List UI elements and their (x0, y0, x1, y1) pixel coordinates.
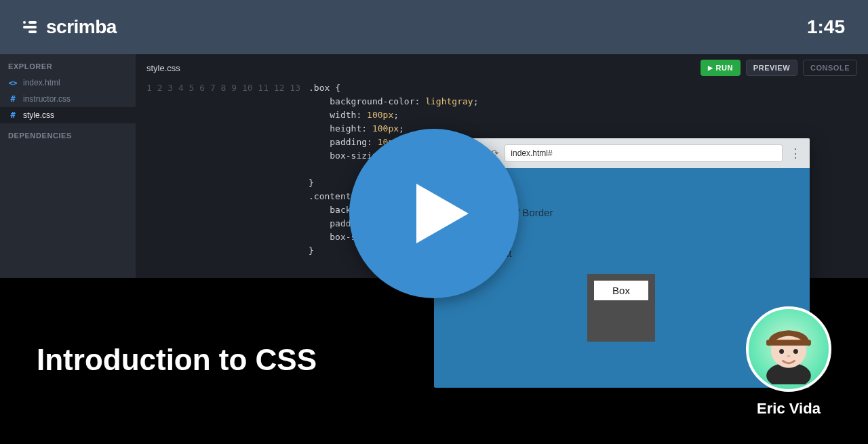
video-timestamp: 1:45 (807, 16, 845, 38)
dependencies-heading: DEPENDENCIES (0, 123, 136, 144)
preview-menu-icon[interactable]: ⋮ (788, 146, 803, 161)
file-item[interactable]: #instructor.css (0, 91, 136, 107)
file-explorer-sidebar: EXPLORER <>index.html#instructor.css#sty… (0, 54, 136, 278)
instructor-card: Eric Vida (746, 306, 831, 418)
svg-point-6 (787, 355, 790, 357)
preview-button[interactable]: PREVIEW (746, 60, 797, 76)
editor-toolbar: style.css RUN PREVIEW CONSOLE (136, 54, 868, 81)
console-button[interactable]: CONSOLE (803, 60, 857, 76)
demo-box: Box (587, 274, 655, 342)
avatar-icon (753, 314, 824, 384)
css-file-icon: # (8, 94, 18, 104)
html-file-icon: <> (8, 79, 18, 87)
svg-point-5 (793, 349, 798, 354)
header: scrimba 1:45 (0, 0, 868, 54)
css-file-icon: # (8, 110, 18, 120)
current-filename: style.css (146, 63, 180, 73)
instructor-avatar[interactable] (746, 306, 831, 392)
brand-name: scrimba (46, 16, 117, 38)
course-title: Introduction to CSS (37, 343, 317, 377)
file-name: style.css (23, 110, 54, 120)
demo-box-content: Box (594, 281, 648, 300)
brand[interactable]: scrimba (23, 16, 117, 38)
file-name: index.html (23, 78, 60, 87)
instructor-name: Eric Vida (757, 400, 821, 418)
file-list: <>index.html#instructor.css#style.css (0, 75, 136, 123)
svg-marker-0 (416, 184, 469, 243)
editor-actions: RUN PREVIEW CONSOLE (701, 60, 857, 76)
play-button[interactable] (349, 129, 519, 298)
explorer-heading: EXPLORER (0, 54, 136, 75)
line-gutter: 1 2 3 4 5 6 7 8 9 10 11 12 13 (146, 81, 309, 258)
file-item[interactable]: <>index.html (0, 75, 136, 91)
run-button[interactable]: RUN (701, 60, 741, 76)
preview-url-text: index.html# (511, 148, 552, 158)
svg-point-4 (779, 349, 784, 354)
preview-url-bar[interactable]: index.html# (505, 144, 783, 162)
svg-rect-3 (766, 340, 811, 346)
play-icon (401, 176, 476, 251)
file-name: instructor.css (23, 94, 71, 104)
brand-logo-icon (23, 21, 39, 33)
file-item[interactable]: #style.css (0, 107, 136, 123)
